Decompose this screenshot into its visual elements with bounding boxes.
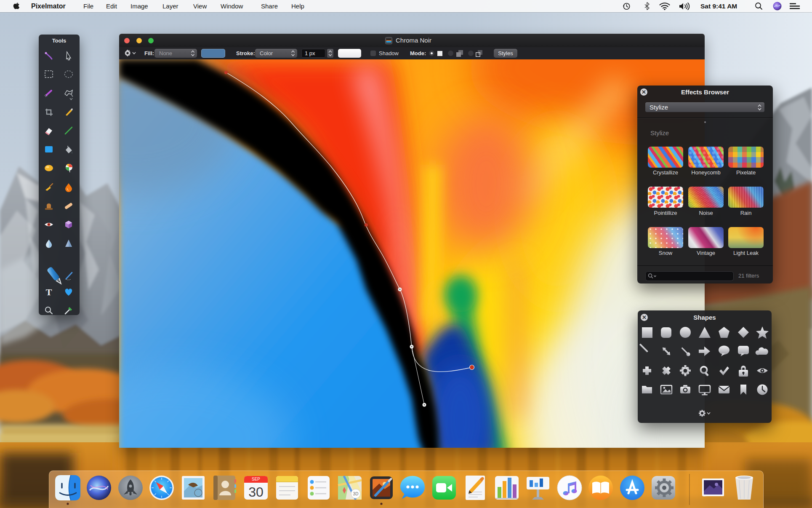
- svg-text:3D: 3D: [353, 492, 359, 496]
- svg-text:30: 30: [248, 484, 264, 500]
- svg-text:SEP: SEP: [252, 477, 260, 481]
- svg-text:T: T: [46, 287, 52, 297]
